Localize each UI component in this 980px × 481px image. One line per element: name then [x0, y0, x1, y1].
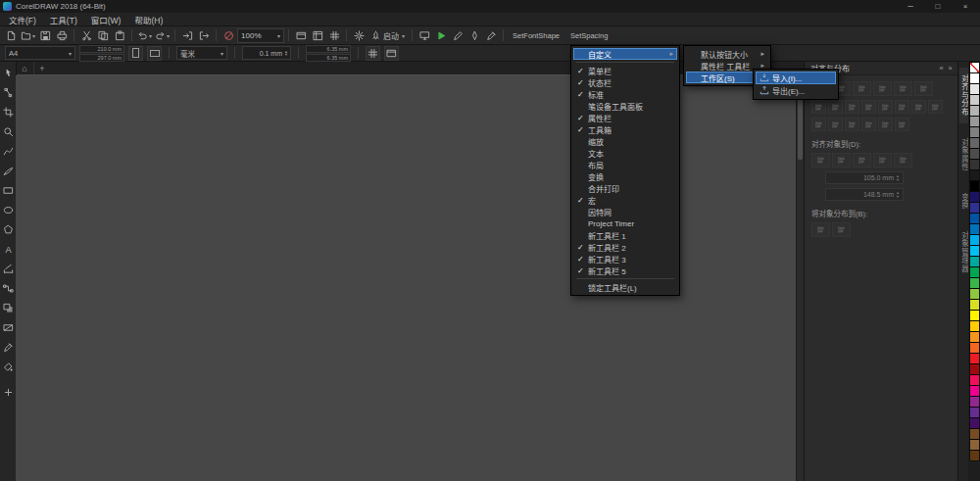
color-swatch[interactable]	[970, 321, 979, 331]
page-extent-button[interactable]	[832, 222, 851, 237]
color-swatch[interactable]	[970, 451, 979, 460]
prohibit-button[interactable]	[220, 28, 236, 43]
duplicate-x-input[interactable]: 6.35 mm	[306, 45, 351, 53]
color-swatch[interactable]	[970, 278, 979, 288]
docker-tab-1[interactable]: 对象属性	[959, 131, 969, 178]
color-swatch[interactable]	[970, 257, 979, 266]
import-button[interactable]	[179, 28, 195, 43]
redo-button[interactable]: ▾	[154, 28, 171, 43]
transparency-tool[interactable]	[1, 318, 16, 337]
interactive-fill-tool[interactable]	[1, 358, 16, 376]
color-swatch[interactable]	[970, 127, 979, 137]
color-swatch[interactable]	[970, 364, 979, 374]
menu-item[interactable]: 合并打印	[573, 182, 677, 194]
align-baseline-button[interactable]	[828, 118, 843, 131]
print-button[interactable]	[54, 28, 70, 43]
frame-button[interactable]	[384, 46, 399, 61]
docker-tab-0[interactable]: 对齐与分布	[959, 68, 969, 123]
spinner-icon[interactable]: ▲▼	[896, 191, 900, 198]
page-center-button[interactable]	[853, 153, 871, 168]
align-right-button[interactable]	[853, 81, 871, 96]
menu-item[interactable]: ✓菜单栏	[573, 65, 677, 76]
menu-item-2[interactable]: 窗口(W)	[84, 13, 128, 25]
docker-tab-3[interactable]: 对象管理器	[959, 224, 969, 280]
color-swatch[interactable]	[970, 203, 979, 213]
menu-item[interactable]: ✓状态栏	[573, 76, 677, 88]
menu-item-1[interactable]: 工具(T)	[43, 13, 84, 25]
zoom-level-combo[interactable]: 100%▾	[237, 28, 284, 43]
pen-button[interactable]	[466, 28, 482, 43]
maximize-button[interactable]: □	[926, 0, 950, 13]
menu-item[interactable]: 默认按钮大小▸	[686, 48, 768, 60]
menu-item[interactable]: 因特网	[573, 206, 677, 217]
menu-item[interactable]: ✓新工具栏 5	[573, 265, 677, 276]
menu-item[interactable]: 新工具栏 1	[573, 229, 677, 241]
freehand-tool[interactable]	[1, 142, 16, 161]
menu-item[interactable]: ✓属性栏	[573, 112, 677, 123]
play-button[interactable]	[433, 28, 449, 43]
color-swatch[interactable]	[970, 224, 979, 234]
rulers-button[interactable]	[310, 28, 325, 43]
copy-button[interactable]	[95, 28, 111, 43]
drawing-canvas[interactable]	[16, 75, 804, 481]
color-swatch[interactable]	[970, 418, 979, 428]
menu-item[interactable]: ✓标准	[573, 88, 677, 100]
outline-option-button[interactable]	[878, 118, 893, 131]
distribute-center-h-button[interactable]	[828, 100, 843, 114]
launch-button[interactable]: 启动▾	[368, 28, 408, 43]
specified-point-button[interactable]	[894, 153, 912, 168]
color-swatch[interactable]	[970, 267, 979, 277]
color-swatch[interactable]	[970, 235, 979, 245]
color-swatch[interactable]	[970, 440, 979, 450]
color-swatch[interactable]	[970, 354, 979, 363]
distribute-top-button[interactable]	[878, 100, 893, 114]
color-swatch[interactable]	[970, 73, 979, 83]
dimension-tool[interactable]	[1, 260, 16, 278]
spinner-icon[interactable]: ▲▼	[896, 174, 900, 181]
no-color-swatch[interactable]	[970, 63, 979, 72]
menu-item[interactable]: Project Timer	[573, 217, 677, 229]
new-document-tab-button[interactable]: +	[34, 62, 50, 74]
pencil-button[interactable]	[450, 28, 466, 43]
paste-button[interactable]	[112, 28, 127, 43]
specified-point-y-input[interactable]: 148.5 mm ▲▼	[825, 188, 904, 201]
page-width-input[interactable]: 210.0 mm	[79, 45, 124, 53]
menu-item[interactable]: 布局	[573, 159, 677, 170]
color-swatch[interactable]	[970, 138, 979, 148]
docker-close-icon[interactable]: ×	[949, 64, 953, 72]
page-edge-button[interactable]	[832, 153, 851, 168]
distribute-spacing-v-button[interactable]	[911, 100, 926, 114]
minimize-button[interactable]: ─	[899, 0, 922, 13]
color-swatch[interactable]	[970, 95, 979, 105]
align-bounding-box-button[interactable]	[845, 118, 859, 131]
color-swatch[interactable]	[970, 246, 979, 256]
grid-snap-button[interactable]	[873, 153, 892, 168]
shape-tool[interactable]	[1, 83, 16, 102]
align-center-vertical-button[interactable]	[894, 81, 912, 96]
eyedropper-tool[interactable]	[1, 338, 16, 357]
export-button[interactable]	[196, 28, 212, 43]
distribute-right-button[interactable]	[861, 100, 876, 114]
menu-item-0[interactable]: 文件(F)	[2, 13, 43, 25]
color-swatch[interactable]	[970, 408, 979, 417]
artistic-media-tool[interactable]	[1, 162, 16, 180]
landscape-button[interactable]	[147, 46, 162, 61]
menu-item[interactable]: 锁定工具栏(L)	[573, 281, 677, 293]
cut-button[interactable]	[78, 28, 94, 43]
polygon-tool[interactable]	[1, 220, 16, 239]
color-swatch[interactable]	[970, 289, 979, 299]
color-swatch[interactable]	[970, 214, 979, 223]
menu-item[interactable]: 自定义▸	[573, 48, 677, 60]
distribute-center-v-button[interactable]	[895, 100, 909, 114]
more-options-button[interactable]	[895, 118, 909, 131]
new-document-button[interactable]	[3, 28, 19, 43]
menu-item[interactable]: ✓工具箱	[573, 123, 677, 135]
fullscreen-button[interactable]	[293, 28, 309, 43]
nudge-distance-input[interactable]: 0.1 mm ▲▼	[242, 46, 291, 60]
add-tools[interactable]	[1, 383, 16, 402]
align-top-button[interactable]	[873, 81, 892, 96]
setspacing-button[interactable]: SetSpacing	[565, 28, 612, 43]
distribute-left-button[interactable]	[811, 100, 826, 114]
save-button[interactable]	[37, 28, 53, 43]
menu-item[interactable]: 文本	[573, 147, 677, 159]
